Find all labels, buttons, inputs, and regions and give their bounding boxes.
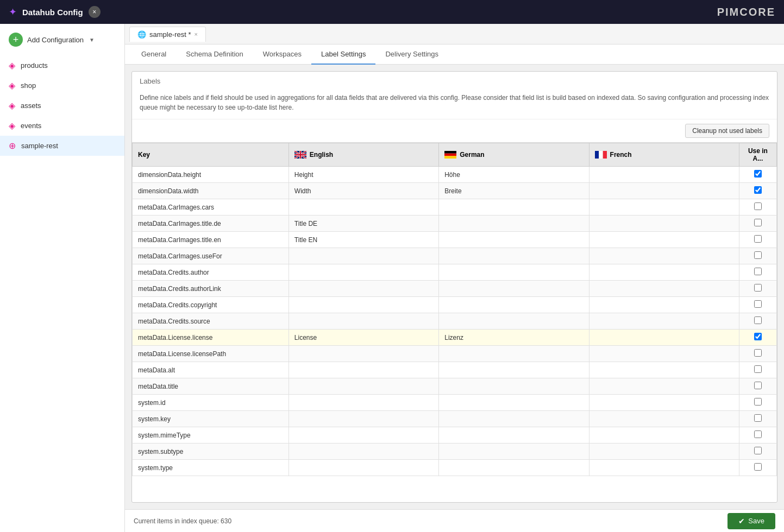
cell-french[interactable] — [589, 264, 739, 281]
cell-english[interactable] — [288, 460, 438, 476]
sidebar-item-events[interactable]: ◈ events — [0, 116, 124, 136]
cell-checkbox[interactable] — [739, 232, 776, 248]
cell-english[interactable] — [288, 427, 438, 444]
cell-checkbox[interactable] — [739, 199, 776, 216]
cell-checkbox[interactable] — [739, 444, 776, 460]
cell-german[interactable] — [439, 248, 589, 264]
cell-french[interactable] — [589, 395, 739, 411]
cell-german[interactable] — [439, 216, 589, 232]
cell-french[interactable] — [589, 346, 739, 362]
use-in-agg-checkbox[interactable] — [754, 202, 762, 210]
cell-english[interactable]: Title DE — [288, 216, 438, 232]
cell-german[interactable] — [439, 444, 589, 460]
cell-french[interactable] — [589, 232, 739, 248]
cell-english[interactable] — [288, 346, 438, 362]
cell-checkbox[interactable] — [739, 411, 776, 427]
use-in-agg-checkbox[interactable] — [754, 349, 762, 357]
cell-english[interactable] — [288, 281, 438, 297]
sidebar-item-shop[interactable]: ◈ shop — [0, 75, 124, 96]
cell-german[interactable]: Höhe — [439, 167, 589, 183]
cell-german[interactable] — [439, 460, 589, 476]
cell-english[interactable] — [288, 411, 438, 427]
cell-french[interactable] — [589, 281, 739, 297]
cell-french[interactable] — [589, 313, 739, 330]
use-in-agg-checkbox[interactable] — [754, 284, 762, 292]
cell-french[interactable] — [589, 199, 739, 216]
cell-english[interactable] — [288, 395, 438, 411]
cell-checkbox[interactable] — [739, 297, 776, 313]
topbar-close-button[interactable]: × — [89, 6, 101, 18]
cell-french[interactable] — [589, 444, 739, 460]
cell-checkbox[interactable] — [739, 313, 776, 330]
use-in-agg-checkbox[interactable] — [754, 398, 762, 406]
cell-french[interactable] — [589, 297, 739, 313]
cell-checkbox[interactable] — [739, 264, 776, 281]
cell-french[interactable] — [589, 216, 739, 232]
cell-german[interactable] — [439, 362, 589, 378]
add-configuration-area[interactable]: + Add Configuration ▼ — [0, 28, 124, 51]
cell-checkbox[interactable] — [739, 330, 776, 346]
cell-checkbox[interactable] — [739, 460, 776, 476]
cell-english[interactable] — [288, 248, 438, 264]
cell-checkbox[interactable] — [739, 248, 776, 264]
cell-german[interactable]: Breite — [439, 183, 589, 199]
use-in-agg-checkbox[interactable] — [754, 365, 762, 373]
cell-french[interactable] — [589, 362, 739, 378]
cell-english[interactable]: Height — [288, 167, 438, 183]
use-in-agg-checkbox[interactable] — [754, 300, 762, 308]
use-in-agg-checkbox[interactable] — [754, 333, 762, 340]
cell-english[interactable]: License — [288, 330, 438, 346]
cell-german[interactable] — [439, 378, 589, 395]
cell-german[interactable] — [439, 297, 589, 313]
cell-french[interactable] — [589, 183, 739, 199]
cell-german[interactable] — [439, 232, 589, 248]
use-in-agg-checkbox[interactable] — [754, 219, 762, 226]
use-in-agg-checkbox[interactable] — [754, 463, 762, 471]
sidebar-item-products[interactable]: ◈ products — [0, 55, 124, 75]
cell-french[interactable] — [589, 330, 739, 346]
sidebar-item-sample-rest[interactable]: ⊕ sample-rest — [0, 136, 124, 156]
cell-german[interactable] — [439, 281, 589, 297]
cell-english[interactable]: Width — [288, 183, 438, 199]
cell-checkbox[interactable] — [739, 183, 776, 199]
cell-checkbox[interactable] — [739, 281, 776, 297]
cell-german[interactable] — [439, 427, 589, 444]
use-in-agg-checkbox[interactable] — [754, 414, 762, 422]
cleanup-button[interactable]: Cleanup not used labels — [685, 124, 769, 138]
cell-german[interactable] — [439, 313, 589, 330]
use-in-agg-checkbox[interactable] — [754, 316, 762, 324]
tab-sample-rest[interactable]: 🌐 sample-rest * × — [129, 27, 206, 42]
cell-german[interactable] — [439, 395, 589, 411]
tab-schema-definition[interactable]: Schema Definition — [176, 45, 253, 65]
use-in-agg-checkbox[interactable] — [754, 447, 762, 454]
cell-checkbox[interactable] — [739, 346, 776, 362]
cell-english[interactable] — [288, 378, 438, 395]
cell-french[interactable] — [589, 460, 739, 476]
cell-checkbox[interactable] — [739, 216, 776, 232]
tab-label-settings[interactable]: Label Settings — [311, 45, 375, 65]
cell-german[interactable] — [439, 346, 589, 362]
use-in-agg-checkbox[interactable] — [754, 430, 762, 438]
cell-checkbox[interactable] — [739, 167, 776, 183]
sidebar-item-assets[interactable]: ◈ assets — [0, 96, 124, 116]
tab-general[interactable]: General — [131, 45, 176, 65]
cell-french[interactable] — [589, 411, 739, 427]
tab-close-icon[interactable]: × — [195, 31, 198, 37]
use-in-agg-checkbox[interactable] — [754, 186, 762, 194]
add-config-circle[interactable]: + — [9, 33, 23, 47]
cell-german[interactable] — [439, 264, 589, 281]
cell-checkbox[interactable] — [739, 427, 776, 444]
cell-french[interactable] — [589, 378, 739, 395]
cell-english[interactable] — [288, 362, 438, 378]
cell-english[interactable] — [288, 313, 438, 330]
cell-french[interactable] — [589, 167, 739, 183]
cell-checkbox[interactable] — [739, 378, 776, 395]
cell-german[interactable] — [439, 411, 589, 427]
cell-english[interactable]: Title EN — [288, 232, 438, 248]
save-button[interactable]: ✔ Save — [727, 513, 775, 529]
cell-german[interactable] — [439, 199, 589, 216]
cell-english[interactable] — [288, 297, 438, 313]
cell-french[interactable] — [589, 427, 739, 444]
cell-english[interactable] — [288, 199, 438, 216]
use-in-agg-checkbox[interactable] — [754, 268, 762, 275]
